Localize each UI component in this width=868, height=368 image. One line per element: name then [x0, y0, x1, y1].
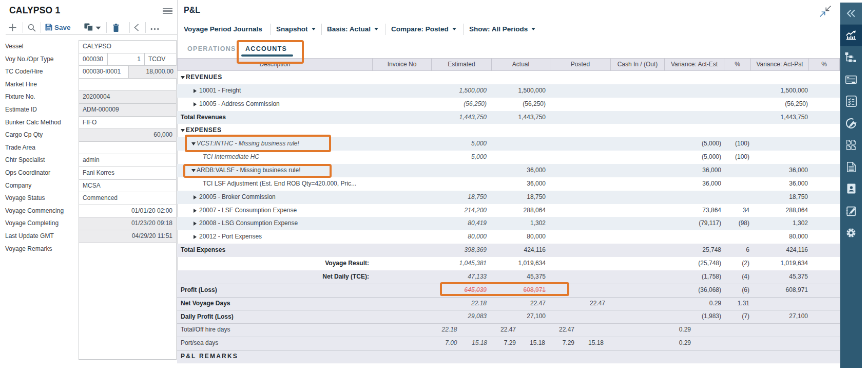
pnl-row-net-daily-tce-[interactable]: Net Daily (TCE):47,13345,375(1,758)(4)45…: [177, 270, 840, 284]
field-value[interactable]: Commenced: [79, 192, 176, 205]
toolbar-snapshot[interactable]: Snapshot: [276, 25, 316, 33]
field-value[interactable]: 01/23/20 09:18: [79, 217, 176, 230]
column-header-estimated[interactable]: Estimated: [432, 59, 492, 70]
sidebar-item-pnl-chart[interactable]: [840, 25, 862, 46]
field-value[interactable]: 20200004: [79, 91, 176, 103]
pnl-row-total-expenses[interactable]: Total Expenses398,369424,11625,7486424,1…: [177, 244, 840, 257]
description-cell: Total Expenses: [177, 244, 376, 257]
field-value[interactable]: admin: [79, 154, 176, 167]
field-value[interactable]: 01/01/20 02:00: [79, 205, 176, 217]
toolbar-compare-posted[interactable]: Compare: Posted: [391, 25, 456, 33]
field-value[interactable]: [79, 243, 176, 359]
pnl-row-tci-lsf-adjustment-est-end-rob[interactable]: TCI LSF Adjustment (Est. End ROB Qty=420…: [177, 177, 840, 191]
pnl-row-daily-profit-loss-[interactable]: Daily Profit (Loss)29,08327,100(1,983)(7…: [177, 310, 840, 323]
field-value[interactable]: FIFO: [79, 117, 176, 129]
pnl-row-port-sea-days[interactable]: Port/sea days7.0015.187.2915.187.2915.18…: [177, 337, 840, 350]
expand-triangle-icon[interactable]: [181, 76, 185, 79]
column-header-variance-act-est[interactable]: Variance: Act-Est: [665, 59, 724, 70]
sidebar-item-contact-card[interactable]: [840, 179, 862, 198]
pnl-row-tci-intermediate-hc[interactable]: TCI Intermediate HC5,000(5,000)(100): [177, 151, 840, 164]
field-value[interactable]: TCOV: [144, 53, 177, 66]
field-value[interactable]: [79, 142, 176, 154]
pnl-row-20012-port-expenses[interactable]: 20012 - Port Expenses80,00080,00080,000: [177, 230, 840, 244]
row-description: Total Expenses: [181, 244, 225, 257]
collapse-triangle-icon[interactable]: [194, 209, 197, 213]
column-header-variance-act-pst[interactable]: Variance: Act-Pst: [751, 59, 809, 70]
sidebar-item-document[interactable]: [840, 158, 862, 176]
description-cell: Voyage Result:: [177, 257, 373, 270]
field-value[interactable]: 1: [107, 53, 144, 66]
sidebar-item-modules[interactable]: [840, 136, 862, 154]
sidebar-item-collapse-left[interactable]: [840, 3, 862, 24]
collapse-triangle-icon[interactable]: [194, 89, 197, 93]
ellipsis-icon[interactable]: [150, 28, 159, 30]
cell-est: 1,045,381: [432, 257, 487, 270]
column-header-invoice-no[interactable]: Invoice No: [373, 59, 432, 70]
toolbar-basis-actual[interactable]: Basis: Actual: [327, 25, 378, 33]
copy-icon[interactable]: [84, 23, 93, 31]
pnl-row-20007-lsf-consumption-expense[interactable]: 20007 - LSF Consumption Expense214,20028…: [177, 204, 840, 217]
cell-est: 18,750: [432, 191, 487, 204]
field-value[interactable]: 04/29/20 11:51: [79, 230, 176, 243]
cell-act: 1,019,634: [492, 257, 546, 270]
pnl-row-10005-address-commission[interactable]: 10005 - Address Commission(56,250)(56,25…: [177, 98, 840, 111]
toolbar-separator: [23, 22, 23, 33]
pnl-row-p-l-remarks[interactable]: P&L REMARKS: [177, 350, 840, 363]
toolbar-show-all-periods[interactable]: Show: All Periods: [469, 25, 535, 33]
sidebar-item-checklist[interactable]: [840, 92, 862, 111]
cell-act: 18,750: [492, 191, 546, 204]
pnl-row-total-revenues[interactable]: Total Revenues1,443,7501,443,7501,443,75…: [177, 111, 840, 124]
sidebar-item-journal[interactable]: [840, 70, 862, 89]
tab-operations[interactable]: OPERATIONS: [187, 45, 236, 52]
cell-pct1: (2): [724, 257, 749, 270]
plus-icon[interactable]: [9, 24, 16, 31]
collapse-triangle-icon[interactable]: [194, 222, 197, 226]
field-value[interactable]: 18,000.00: [128, 66, 177, 78]
pnl-row-10001-freight[interactable]: 10001 - Freight1,500,0001,500,0001,500,0…: [177, 84, 840, 98]
caret-down-icon: [531, 28, 535, 30]
column-header-posted[interactable]: Posted: [550, 59, 611, 70]
field-label-ops-coordinator: Ops Coordinator: [5, 167, 50, 179]
collapse-triangle-icon[interactable]: [194, 235, 197, 239]
sidebar-item-refresh-edit[interactable]: [840, 114, 862, 133]
field-value[interactable]: 60,000: [79, 129, 176, 141]
field-value[interactable]: 000030-I0001: [79, 66, 128, 78]
search-icon[interactable]: [28, 24, 36, 32]
field-value[interactable]: [79, 79, 176, 91]
column-header--[interactable]: %: [724, 59, 751, 70]
column-header-actual[interactable]: Actual: [492, 59, 550, 70]
expand-triangle-icon[interactable]: [181, 129, 185, 132]
collapse-triangle-icon[interactable]: [194, 195, 197, 199]
sidebar-item-edit-note[interactable]: [840, 201, 862, 220]
cell-est: 1,443,750: [432, 111, 487, 124]
field-label-voyage-remarks: Voyage Remarks: [5, 243, 52, 255]
field-value[interactable]: CALYPSO: [79, 41, 176, 53]
pnl-row-voyage-result-[interactable]: Voyage Result:1,045,3811,019,634(25,748)…: [177, 257, 840, 270]
toolbar-voyage-period-journals[interactable]: Voyage Period Journals: [184, 25, 262, 33]
save-icon[interactable]: [45, 24, 52, 31]
chevron-left-icon[interactable]: [134, 24, 139, 31]
pnl-row-20008-lsg-consumption-expense[interactable]: 20008 - LSG Consumption Expense80,4191,3…: [177, 217, 840, 230]
field-value[interactable]: Fani Korres: [79, 167, 176, 179]
pnl-row-net-voyage-days[interactable]: Net Voyage Days22.1822.4722.470.291.31: [177, 297, 840, 310]
trash-icon[interactable]: [113, 24, 119, 32]
gear-icon: [846, 228, 856, 238]
toolbar-separator: [145, 22, 146, 33]
pnl-row-total-off-hire-days[interactable]: Total/Off hire days22.1822.4722.470.29: [177, 323, 840, 337]
save-button[interactable]: Save: [54, 24, 71, 31]
caret-down-icon[interactable]: [95, 26, 101, 30]
sidebar-item-gear[interactable]: [840, 224, 862, 242]
field-value[interactable]: 000030: [79, 53, 107, 66]
sidebar-item-hierarchy[interactable]: [840, 48, 862, 67]
column-header-cash-in-out-[interactable]: Cash In / (Out): [611, 59, 665, 70]
collapse-triangle-icon[interactable]: [194, 102, 197, 106]
hierarchy-icon: [845, 52, 857, 63]
field-value[interactable]: ADM-000009: [79, 104, 176, 116]
field-value[interactable]: MCSA: [79, 180, 176, 192]
pnl-row-revenues[interactable]: REVENUES: [177, 71, 840, 84]
caret-down-icon: [312, 28, 316, 30]
pnl-row-20005-broker-commission[interactable]: 20005 - Broker Commission18,75018,75018,…: [177, 191, 840, 204]
column-header--[interactable]: %: [809, 59, 840, 70]
collapse-diagonal-icon[interactable]: [819, 5, 832, 18]
cell-vae: (25,748): [665, 257, 721, 270]
